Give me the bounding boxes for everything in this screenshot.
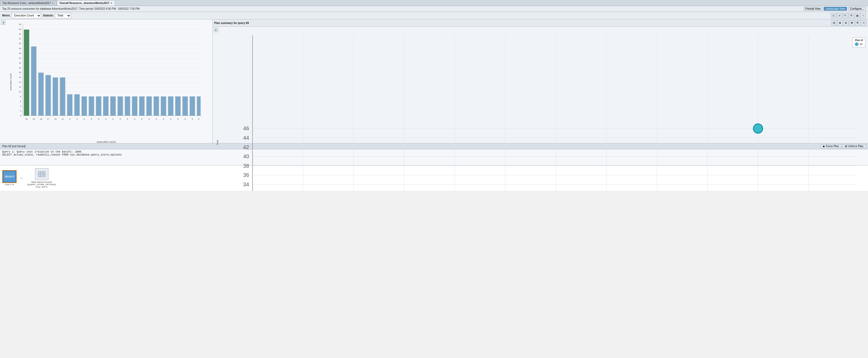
export-icon[interactable]: ⇱ (843, 13, 848, 18)
right-zoom-out-icon[interactable]: ⊖ (843, 20, 848, 26)
svg-text:22: 22 (19, 62, 21, 64)
expand-icon[interactable]: ▿ (861, 13, 866, 18)
svg-text:44: 44 (243, 135, 249, 141)
bar-11[interactable] (103, 97, 108, 116)
bar-0[interactable] (24, 30, 29, 116)
svg-text:8: 8 (198, 118, 199, 120)
plan-summary-title: Plan summary for query 69 (214, 22, 249, 25)
bar-10[interactable] (96, 97, 101, 116)
right-pan-icon[interactable]: ✥ (849, 20, 855, 26)
bar-4[interactable] (53, 77, 58, 116)
title-bar: Top 25 resource consumers for database A… (0, 6, 868, 12)
bar-15[interactable] (132, 97, 137, 116)
svg-text:36: 36 (25, 118, 28, 120)
bar-21[interactable] (175, 97, 181, 116)
svg-text:8: 8 (91, 118, 92, 120)
main-content: ◂ execution count .gc { stroke: #dde3ea;… (0, 20, 868, 143)
bar-12[interactable] (111, 97, 116, 116)
bar-6[interactable] (67, 94, 72, 116)
bar-5[interactable] (60, 77, 65, 116)
svg-text:34: 34 (243, 182, 249, 187)
tvf-node-label: Table Valued Function[QUERY_STORE_OPTION… (27, 181, 56, 188)
plan-arrow-1: ← (19, 176, 25, 180)
bar-17[interactable] (147, 97, 152, 116)
svg-text:0: 0 (20, 115, 21, 117)
svg-text:9: 9 (69, 118, 70, 120)
svg-text:8: 8 (170, 118, 172, 120)
select-node[interactable]: SELECT Cost: 0 % (3, 171, 16, 186)
left-panel: ◂ execution count .gc { stroke: #dde3ea;… (0, 20, 213, 143)
plan-label: Plan 69 [not forced] (2, 145, 26, 148)
refresh-icon[interactable]: ↺ (837, 13, 842, 18)
svg-rect-113 (38, 171, 45, 177)
right-export-icon[interactable]: ⇱ (855, 20, 861, 26)
tab-overall-resource-close[interactable]: ✕ (111, 2, 113, 5)
metric-toolbar: Metric Execution Count Statistic Total ⊡… (0, 12, 868, 20)
tab-top-resource-close[interactable]: ✕ (52, 2, 54, 5)
svg-text:8: 8 (184, 118, 186, 120)
bar-3[interactable] (45, 75, 51, 116)
bar-chart-icon[interactable]: ▦ (855, 13, 860, 18)
legend-label-69: 69 (860, 43, 862, 46)
svg-text:8: 8 (134, 118, 135, 120)
bar-16[interactable] (139, 97, 145, 116)
tab-overall-resource-label: Overall Resource...dventureWorks2017 (60, 2, 109, 5)
legend-item-69: ⊙ 69 (855, 42, 863, 46)
x-axis-label: execution count (0, 140, 212, 144)
bar-14[interactable] (125, 97, 130, 116)
svg-text:8: 8 (156, 118, 157, 120)
svg-text:36: 36 (19, 28, 21, 30)
svg-text:8: 8 (120, 118, 121, 120)
bar-7[interactable] (74, 94, 80, 116)
svg-text:26: 26 (19, 52, 21, 54)
bar-1[interactable] (31, 46, 36, 116)
svg-text:10: 10 (19, 90, 21, 93)
metric-select[interactable]: Execution Count (11, 13, 41, 18)
landscape-view-button[interactable]: Landscape View (824, 7, 847, 11)
scatter-point[interactable] (753, 124, 763, 133)
select-node-label: Cost: 0 % (5, 183, 14, 186)
svg-text:30: 30 (19, 42, 21, 45)
svg-text:34: 34 (19, 33, 21, 35)
svg-text:17: 17 (47, 118, 49, 120)
svg-text:8: 8 (84, 118, 85, 120)
statistic-label: Statistic (43, 14, 53, 17)
tab-top-resource[interactable]: Top Resource Cons...ventureWorks2017 ✕ (0, 0, 57, 6)
tvf-node[interactable]: Table Valued Function[QUERY_STORE_OPTION… (27, 168, 56, 188)
bar-20[interactable] (168, 97, 174, 116)
right-panel-header: Plan summary for query 69 ⊡ ⊕ ⊖ ✥ ⇱ ▿ (213, 20, 868, 27)
bar-13[interactable] (118, 97, 123, 116)
svg-text:18: 18 (19, 71, 21, 74)
tab-top-resource-label: Top Resource Cons...ventureWorks2017 (2, 2, 51, 5)
view-buttons: Portrait View Landscape View Configure..… (804, 7, 866, 11)
bar-18[interactable] (154, 97, 159, 116)
svg-text:4: 4 (20, 105, 21, 107)
portrait-view-button[interactable]: Portrait View (804, 7, 823, 11)
select-node-icon[interactable]: SELECT (3, 171, 16, 183)
svg-text:9: 9 (76, 118, 78, 120)
right-expand-icon[interactable]: ▿ (861, 20, 866, 26)
svg-text:16: 16 (54, 118, 57, 120)
right-zoom-reset-icon[interactable]: ⊡ (831, 20, 837, 26)
right-zoom-in-icon[interactable]: ⊕ (837, 20, 843, 26)
svg-text:8: 8 (149, 118, 150, 120)
tvf-node-icon[interactable] (35, 168, 49, 180)
zoom-reset-icon[interactable]: ⊡ (831, 13, 836, 18)
bar-9[interactable] (89, 97, 94, 116)
bar-24[interactable] (197, 97, 200, 116)
bar-19[interactable] (161, 97, 166, 116)
configure-button[interactable]: Configure... (848, 7, 866, 11)
right-panel: Plan summary for query 69 ⊡ ⊕ ⊖ ✥ ⇱ ▿ ▸ … (213, 20, 868, 143)
svg-text:6: 6 (20, 100, 21, 103)
svg-text:8: 8 (20, 95, 21, 98)
bar-22[interactable] (183, 97, 188, 116)
copy-icon[interactable]: ⧉ (848, 13, 854, 18)
bar-2[interactable] (38, 73, 43, 116)
statistic-select[interactable]: Total (55, 13, 71, 18)
tab-overall-resource[interactable]: Overall Resource...dventureWorks2017 ✕ (57, 0, 115, 6)
bar-23[interactable] (190, 97, 195, 116)
bar-8[interactable] (82, 97, 87, 116)
svg-text:8: 8 (192, 118, 193, 120)
svg-text:18: 18 (40, 118, 42, 120)
svg-text:38: 38 (19, 23, 21, 26)
